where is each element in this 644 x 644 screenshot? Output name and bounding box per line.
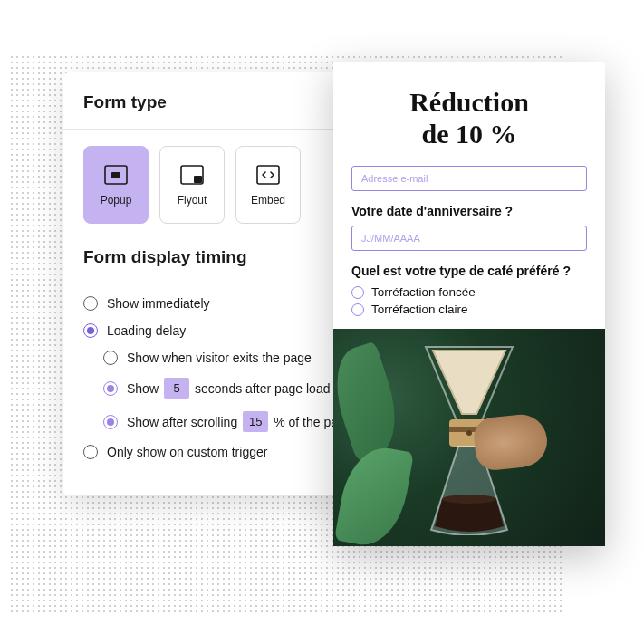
radio-show-immediately[interactable]: Show immediately (83, 296, 342, 311)
form-type-label: Flyout (178, 194, 207, 207)
radio-show-scroll[interactable]: Show after scrolling 15 % of the pa (103, 411, 342, 432)
svg-point-8 (442, 495, 496, 504)
timing-options: Show immediately Loading delay Show when… (63, 296, 362, 459)
leaf-decoration (333, 341, 409, 462)
option-label: Torréfaction foncée (371, 285, 476, 299)
form-type-label: Embed (251, 194, 285, 207)
form-type-selector: Popup Flyout Embed (63, 130, 362, 227)
radio-icon (103, 351, 118, 365)
flyout-icon (180, 163, 204, 187)
radio-label: Show when visitor exits the page (127, 351, 312, 365)
radio-label-suffix: % of the pa (274, 415, 338, 429)
radio-label: Only show on custom trigger (107, 445, 267, 459)
seconds-input[interactable]: 5 (164, 378, 189, 399)
svg-rect-3 (194, 176, 202, 183)
radio-loading-delay[interactable]: Loading delay (83, 323, 342, 338)
radio-label-suffix: seconds after page load (195, 381, 330, 396)
section-title-form-type: Form type (63, 72, 362, 129)
svg-rect-4 (257, 166, 279, 184)
radio-icon (351, 303, 364, 316)
radio-exit-intent[interactable]: Show when visitor exits the page (103, 351, 342, 365)
hand-illustration (472, 412, 550, 472)
form-type-label: Popup (101, 194, 132, 207)
radio-icon (83, 323, 98, 338)
form-settings-panel: Form type Popup Flyout (63, 72, 362, 495)
radio-icon (83, 445, 98, 459)
popup-icon (104, 163, 128, 187)
birthday-field[interactable] (351, 226, 587, 251)
radio-label-prefix: Show after scrolling (127, 415, 237, 429)
radio-show-seconds[interactable]: Show 5 seconds after page load (103, 378, 342, 399)
scroll-percent-input[interactable]: 15 (243, 411, 268, 432)
radio-icon (351, 286, 364, 299)
preview-headline: Réduction de 10 % (351, 87, 587, 149)
section-title-timing: Form display timing (63, 227, 362, 284)
radio-custom-trigger[interactable]: Only show on custom trigger (83, 445, 342, 459)
coffee-option-light[interactable]: Torréfaction claire (351, 303, 587, 316)
radio-icon (103, 415, 118, 429)
embed-icon (256, 163, 280, 187)
headline-line2: de 10 % (422, 119, 517, 149)
radio-label: Loading delay (107, 323, 186, 338)
option-label: Torréfaction claire (371, 303, 468, 316)
svg-point-7 (466, 430, 472, 436)
birthday-label: Votre date d'anniversaire ? (351, 204, 587, 218)
form-type-embed[interactable]: Embed (235, 146, 301, 224)
form-type-flyout[interactable]: Flyout (159, 146, 225, 224)
radio-icon (83, 296, 98, 311)
radio-label-prefix: Show (127, 381, 159, 396)
radio-label: Show immediately (107, 296, 210, 311)
email-field[interactable] (351, 166, 587, 191)
leaf-decoration (334, 442, 414, 546)
radio-icon (103, 381, 118, 396)
svg-rect-1 (111, 172, 120, 178)
form-preview-panel: Réduction de 10 % Votre date d'anniversa… (333, 62, 605, 546)
headline-line1: Réduction (409, 87, 529, 117)
coffee-option-dark[interactable]: Torréfaction foncée (351, 285, 587, 299)
form-type-popup[interactable]: Popup (83, 146, 149, 224)
coffee-pref-label: Quel est votre type de café préféré ? (351, 264, 587, 278)
preview-image (333, 329, 605, 546)
